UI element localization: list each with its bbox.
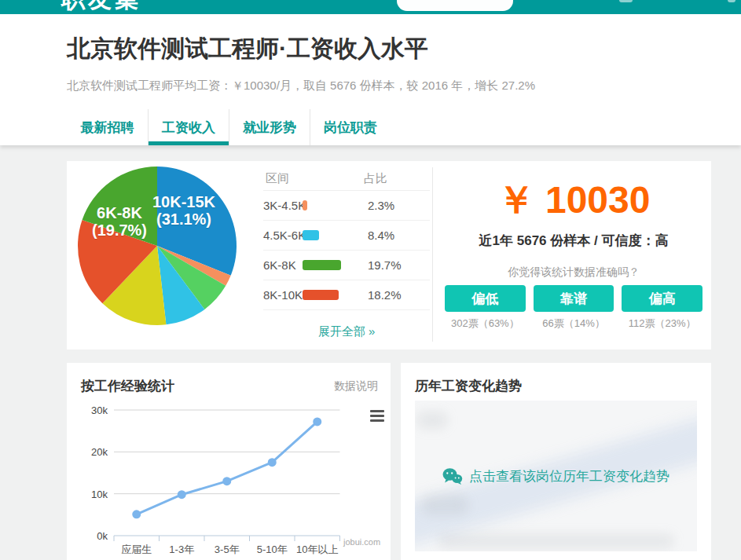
range-label: 3K-4.5K [263, 199, 306, 212]
chart-menu-icon[interactable] [370, 410, 384, 424]
col-range: 区间 [266, 171, 289, 186]
table-row: 6K-8K 19.7% [263, 251, 430, 280]
tab-bar: 最新招聘 工资收入 就业形势 岗位职责 [67, 109, 391, 145]
active-tab-underline [149, 141, 229, 145]
vote-high-count: 112票（23%） [622, 317, 702, 331]
data-note-link[interactable]: 数据说明 [334, 379, 378, 393]
vote-buttons: 偏低 靠谱 偏高 [440, 285, 707, 312]
svg-text:20k: 20k [91, 446, 108, 458]
svg-text:5-10年: 5-10年 [257, 544, 288, 555]
page-title: 北京软件测试工程师·工资收入水平 [67, 33, 428, 65]
vote-accurate-button[interactable]: 靠谱 [534, 285, 614, 312]
range-bar [303, 230, 319, 240]
range-label: 6K-8K [263, 258, 296, 272]
range-bar [303, 200, 307, 210]
vote-accurate-count: 66票（14%） [534, 317, 614, 331]
pct-label: 8.4% [368, 229, 394, 242]
search-input[interactable] [397, 0, 513, 11]
tab-latest-jobs[interactable]: 最新招聘 [67, 109, 148, 145]
range-bar [303, 290, 339, 300]
blurred-chart-shape [421, 495, 468, 515]
experience-chart-card: 0k10k20k30k应届生1-3年3-5年5-10年10年以上 按工作经验统计… [67, 363, 391, 560]
salary-pie-chart[interactable]: 10K-15K (31.1%) 6K-8K (19.7%) [75, 163, 240, 328]
average-salary-amount: ￥ 10030 [440, 175, 707, 225]
vote-question: 你觉得该统计数据准确吗？ [440, 265, 707, 280]
table-row: 4.5K-6K 8.4% [263, 221, 430, 251]
vote-low-button[interactable]: 偏低 [445, 285, 526, 312]
range-bar [303, 260, 341, 270]
sample-info: 近1年 5676 份样本 / 可信度：高 [440, 232, 707, 250]
svg-text:10年以上: 10年以上 [296, 544, 338, 555]
svg-text:10k: 10k [91, 489, 108, 500]
tab-label: 就业形势 [243, 119, 296, 137]
tab-duties[interactable]: 岗位职责 [310, 109, 391, 145]
view-trend-cta[interactable]: 点击查看该岗位历年工资变化趋势 [415, 467, 697, 485]
svg-text:30k: 30k [91, 404, 108, 416]
vote-high-button[interactable]: 偏高 [622, 285, 702, 312]
tab-label: 岗位职责 [324, 119, 377, 137]
tab-salary[interactable]: 工资收入 [148, 109, 229, 145]
experience-card-title: 按工作经验统计 [81, 377, 174, 395]
pct-label: 2.3% [368, 199, 394, 212]
view-trend-text: 点击查看该岗位历年工资变化趋势 [469, 467, 669, 485]
yearly-trend-card: 历年工资变化趋势 点击查看该岗位历年工资变化趋势 [401, 363, 711, 560]
top-nav-bar: 职友集 [0, 0, 741, 14]
menu-icon[interactable] [728, 0, 735, 2]
pct-label: 18.2% [368, 288, 402, 302]
svg-text:3-5年: 3-5年 [215, 544, 240, 555]
table-row: 3K-4.5K 2.3% [263, 191, 430, 221]
vote-results: 302票（63%） 66票（14%） 112票（23%） [440, 317, 707, 331]
range-label: 8K-10K [263, 288, 303, 302]
salary-summary-card: 10K-15K (31.1%) 6K-8K (19.7%) 区间 占比 3K-4… [67, 161, 711, 350]
svg-text:0k: 0k [97, 530, 108, 542]
site-logo[interactable]: 职友集 [61, 0, 141, 14]
range-label: 4.5K-6K [263, 229, 306, 242]
expand-all-link[interactable]: 展开全部 » [263, 324, 430, 339]
table-row: 8K-10K 18.2% [263, 280, 430, 310]
page-subtitle: 北京软件测试工程师平均工资：￥10030/月，取自 5676 份样本，较 201… [67, 79, 535, 93]
watermark: jobui.com [343, 537, 380, 547]
wechat-icon [442, 467, 463, 485]
page-header: 北京软件测试工程师·工资收入水平 北京软件测试工程师平均工资：￥10030/月，… [0, 14, 741, 145]
salary-range-table: 区间 占比 3K-4.5K 2.3% 4.5K-6K 8.4% 6K-8K 19… [263, 167, 430, 310]
user-icon[interactable] [619, 0, 633, 2]
pie-svg [75, 163, 240, 328]
svg-text:1-3年: 1-3年 [169, 544, 194, 555]
tab-employment[interactable]: 就业形势 [229, 109, 310, 145]
trend-blurred-preview: 点击查看该岗位历年工资变化趋势 [415, 401, 697, 551]
tab-label: 工资收入 [162, 119, 215, 137]
trend-card-title: 历年工资变化趋势 [415, 377, 522, 395]
vertical-divider [432, 167, 433, 342]
blurred-chart-shape [416, 412, 448, 429]
vote-low-count: 302票（63%） [445, 317, 526, 331]
page: 职友集 北京软件测试工程师·工资收入水平 北京软件测试工程师平均工资：￥1003… [0, 0, 741, 560]
tab-label: 最新招聘 [81, 119, 134, 137]
svg-text:应届生: 应届生 [121, 544, 152, 555]
pct-label: 19.7% [368, 258, 402, 272]
blurred-chart-shape [438, 534, 674, 548]
col-pct: 占比 [364, 171, 387, 186]
table-header: 区间 占比 [263, 167, 430, 191]
